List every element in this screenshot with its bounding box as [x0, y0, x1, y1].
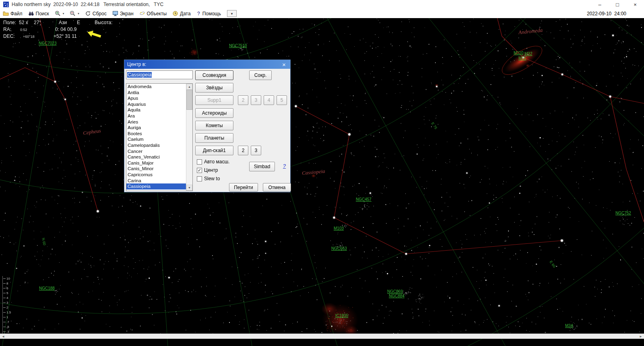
menubar-datetime: 2022-09-10 24:00: [587, 11, 626, 16]
list-item-aries[interactable]: Aries: [126, 119, 186, 125]
dialog-titlebar[interactable]: Центр в: ×: [124, 60, 290, 69]
tick-mark: [3, 332, 6, 332]
menu-item-search[interactable]: Поиск: [25, 9, 52, 18]
svg-text:?: ?: [197, 11, 200, 16]
list-item-cancer[interactable]: Cancer: [126, 148, 186, 154]
tick-mark: [3, 312, 6, 313]
dso-label-m103[interactable]: M103: [334, 226, 344, 231]
dso-label-ic1805[interactable]: IC1805: [335, 313, 348, 318]
list-item-canis-major[interactable]: Canis_Major: [126, 160, 186, 166]
fov-zoom-scale[interactable]: 108654321.51.7.5.3: [2, 276, 11, 334]
dso-label-ngc457[interactable]: NGC457: [356, 197, 372, 202]
close-button[interactable]: ×: [626, 0, 644, 9]
dso-label-m32[interactable]: M32: [524, 51, 532, 56]
help-link[interactable]: ?: [283, 163, 286, 169]
stars-button[interactable]: Звёзды: [195, 83, 233, 93]
list-item-auriga[interactable]: Auriga: [126, 125, 186, 131]
zoom-scale-step-3[interactable]: 3: [3, 300, 11, 305]
folder-icon: [3, 10, 9, 16]
list-item-ara[interactable]: Ara: [126, 113, 186, 119]
list-item-apus[interactable]: Apus: [126, 95, 186, 101]
listbox-scrollbar-thumb[interactable]: [186, 90, 192, 110]
list-item-cassiopeia[interactable]: Cassiopeia: [126, 183, 186, 189]
zoom-scale-value: .5: [6, 325, 9, 329]
auto-scale-checkbox-box[interactable]: [197, 159, 202, 165]
list-item-carina[interactable]: Carina: [126, 178, 186, 184]
list-item-canis-minor[interactable]: Canis_Minor: [126, 166, 186, 172]
listbox-scrollbar[interactable]: ▲ ▼: [186, 84, 192, 191]
dso-label-ngc869[interactable]: NGC869: [387, 289, 403, 294]
menu-item-screen[interactable]: Экран: [109, 9, 136, 18]
field-value-deg: 27°: [34, 20, 41, 25]
deepsky3-button[interactable]: 3: [251, 146, 261, 155]
menu-item-reset[interactable]: Сброс: [82, 9, 109, 18]
list-item-capricornus[interactable]: Capricornus: [126, 172, 186, 178]
dso-label-ngc7510[interactable]: NGC7510: [229, 43, 247, 48]
menu-item-zoom-in[interactable]: ▾: [52, 9, 67, 18]
dialog-close-button[interactable]: ×: [281, 62, 287, 68]
dso-label-ngc7023[interactable]: NGC7023: [39, 41, 56, 45]
constellations-button[interactable]: Созвездия: [195, 70, 233, 80]
list-item-caelum[interactable]: Caelum: [126, 136, 186, 142]
zoom-scale-step-1[interactable]: 1: [3, 315, 11, 319]
altitude-label: Высота:: [95, 20, 113, 25]
auto-scale-checkbox[interactable]: Авто масш.: [197, 159, 229, 165]
direction-arrow-icon: [85, 29, 102, 40]
field-value: 52 x: [19, 20, 28, 25]
zoom-scale-step-8[interactable]: 8: [3, 281, 11, 286]
menu-item-date[interactable]: Дата: [169, 9, 194, 18]
minimize-button[interactable]: –: [591, 0, 609, 9]
scroll-down-button[interactable]: ▼: [186, 185, 192, 191]
dso-label-ngc188[interactable]: NGC188: [39, 286, 55, 290]
zoom-scale-step-10[interactable]: 10: [3, 276, 11, 281]
menu-item-zoom-out[interactable]: ▾: [67, 9, 82, 18]
zoom-scale-step-.5[interactable]: .5: [3, 324, 11, 329]
dso-label-ngc884[interactable]: NGC884: [389, 294, 405, 298]
dso-label-ngc752[interactable]: NGC752: [615, 211, 631, 215]
zoom-scale-value: 3: [6, 301, 8, 305]
scroll-right-icon[interactable]: ►: [638, 335, 644, 338]
slew-to-checkbox-box[interactable]: [197, 176, 202, 181]
list-item-aquila[interactable]: Aquila: [126, 107, 186, 113]
zoom-scale-step-1.5[interactable]: 1.5: [3, 310, 11, 315]
list-item-bootes[interactable]: Bootes: [126, 131, 186, 137]
go-button[interactable]: Перейти: [229, 183, 258, 192]
deepsky2-button[interactable]: 2: [238, 146, 248, 155]
slew-to-checkbox[interactable]: Slew to: [197, 176, 220, 181]
list-item-aquarius[interactable]: Aquarius: [126, 101, 186, 107]
scroll-up-button[interactable]: ▲: [186, 84, 192, 90]
abbrev-button[interactable]: Сокр.: [249, 70, 272, 80]
list-item-centaurus[interactable]: Centaurus: [126, 189, 186, 191]
tick-mark: [3, 298, 6, 298]
list-item-andromeda[interactable]: Andromeda: [126, 84, 186, 90]
dso-label-m34[interactable]: M34: [565, 323, 573, 328]
simbad-button[interactable]: Simbad: [249, 162, 275, 171]
cancel-button[interactable]: Отмена: [263, 183, 291, 192]
list-item-camelopardalis[interactable]: Camelopardalis: [126, 142, 186, 148]
center-checkbox[interactable]: ✓ Центр: [197, 167, 218, 173]
menu-item-objects[interactable]: Объекты: [136, 9, 170, 18]
deepsky1-button[interactable]: Дип-скай1: [195, 146, 233, 155]
search-input[interactable]: Cassiopeia: [126, 70, 193, 79]
dso-label-ngc663[interactable]: NGC663: [331, 246, 347, 251]
asteroids-button[interactable]: Астероиды: [195, 108, 233, 118]
dso-label-m110[interactable]: M110: [514, 51, 523, 55]
zoom-scale-step-2[interactable]: 2: [3, 305, 11, 310]
scroll-left-icon[interactable]: ◄: [0, 335, 6, 338]
zoom-scale-step-4[interactable]: 4: [3, 295, 11, 300]
menu-item-help[interactable]: ?Помощь: [194, 9, 224, 18]
dso-label-m31[interactable]: M31: [518, 56, 526, 60]
list-item-canes-venatici[interactable]: Canes_Venatici: [126, 154, 186, 160]
zoom-scale-step-5[interactable]: 5: [3, 290, 11, 295]
maximize-button[interactable]: □: [609, 0, 626, 9]
horizontal-scrollbar[interactable]: ◄ ►: [0, 334, 644, 339]
center-checkbox-box[interactable]: ✓: [197, 168, 202, 173]
zoom-scale-step-.7[interactable]: .7: [3, 319, 11, 324]
menu-item-file[interactable]: Файл: [0, 9, 25, 18]
planets-button[interactable]: Планеты: [195, 133, 233, 143]
list-item-antlia[interactable]: Antlia: [126, 90, 186, 96]
zoom-scale-step-6[interactable]: 6: [3, 286, 11, 290]
menu-dropdown-button[interactable]: ▾: [227, 10, 237, 17]
help-icon: ?: [196, 10, 201, 16]
comets-button[interactable]: Кометы: [195, 121, 233, 130]
